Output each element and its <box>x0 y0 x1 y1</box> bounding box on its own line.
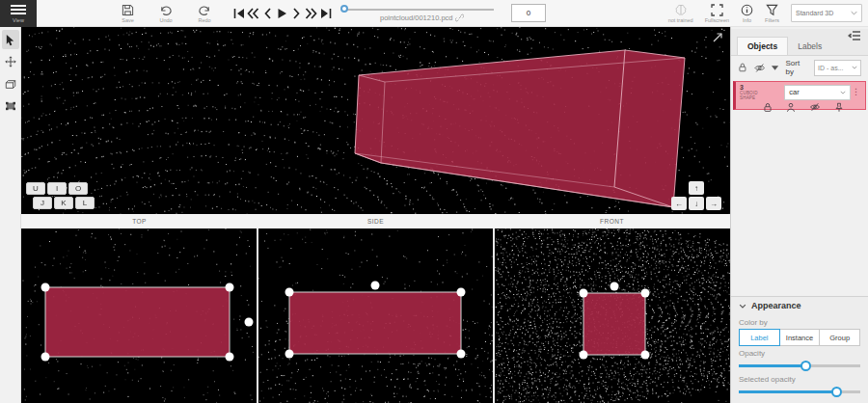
filters-label: Filters <box>765 17 779 23</box>
resize-handle[interactable] <box>226 283 234 292</box>
collapse-panel-button[interactable] <box>848 30 861 41</box>
appearance-body: Color by Label Instance Group Opacity Se… <box>731 314 868 403</box>
resize-handle[interactable] <box>41 283 50 292</box>
fast-forward-button[interactable] <box>305 6 317 21</box>
timeline-track[interactable] <box>341 9 494 11</box>
cuboid-tool-button[interactable] <box>2 74 19 94</box>
resize-handle[interactable] <box>456 288 465 297</box>
slider-knob[interactable] <box>800 361 811 371</box>
front-view-panel[interactable] <box>495 228 730 403</box>
key-o[interactable]: O <box>68 182 88 195</box>
brain-icon <box>674 4 688 16</box>
play-button[interactable] <box>276 6 288 21</box>
cuboid-annotation[interactable] <box>355 50 685 207</box>
main-3d-viewport[interactable]: U I O J K L ↑ ← ↓ → <box>21 27 730 214</box>
right-sidebar: Objects Labels Sort by ID - as... 3 CUBO… <box>730 27 868 403</box>
bbox-side-view[interactable] <box>289 292 461 354</box>
color-by-group-option[interactable]: Group <box>819 329 860 346</box>
resize-handle[interactable] <box>456 350 465 359</box>
nav-up-button[interactable]: ↑ <box>689 181 704 195</box>
pointcloud-annotation-app: View Save Undo Redo <box>0 0 868 403</box>
top-view-panel[interactable] <box>21 228 257 403</box>
rotate-handle[interactable] <box>610 282 619 291</box>
object-type: CUBOID SHAPE <box>740 92 771 100</box>
key-i[interactable]: I <box>47 182 67 195</box>
opacity-label: Opacity <box>739 349 860 358</box>
front-view-overlay <box>495 228 730 403</box>
save-label: Save <box>122 17 134 23</box>
resize-handle[interactable] <box>580 289 588 298</box>
nav-left-button[interactable]: ← <box>671 197 687 210</box>
slider-knob[interactable] <box>831 387 842 397</box>
resize-handle[interactable] <box>580 351 588 360</box>
next-frame-icon <box>292 8 301 19</box>
save-button[interactable]: Save <box>122 0 134 27</box>
select-tool-button[interactable] <box>2 30 19 49</box>
info-icon <box>741 4 753 16</box>
tab-labels[interactable]: Labels <box>788 38 831 55</box>
key-k[interactable]: K <box>54 197 73 209</box>
pan-tool-button[interactable] <box>2 52 19 71</box>
object-class-dropdown[interactable]: car <box>784 85 851 100</box>
resize-handle[interactable] <box>41 353 50 362</box>
smart-cuboid-tool-button[interactable] <box>2 96 19 116</box>
object-list-item-selected[interactable]: 3 CUBOID SHAPE car ⋮ <box>733 81 866 110</box>
redo-icon <box>198 4 211 16</box>
color-by-instance-option[interactable]: Instance <box>779 329 821 346</box>
undo-button[interactable]: Undo <box>159 0 173 27</box>
resize-handle[interactable] <box>226 353 234 362</box>
menu-label: View <box>13 17 24 23</box>
link-icon[interactable] <box>455 13 464 22</box>
appearance-header[interactable]: Appearance <box>731 297 868 314</box>
redo-button[interactable]: Redo <box>198 0 211 27</box>
previous-frame-icon <box>263 8 272 19</box>
skip-to-end-button[interactable] <box>319 6 332 21</box>
opacity-slider[interactable] <box>739 360 860 372</box>
resize-handle[interactable] <box>285 288 293 297</box>
rotate-handle[interactable] <box>370 282 379 290</box>
redo-label: Redo <box>198 17 210 23</box>
eye-off-icon[interactable] <box>754 63 766 73</box>
resize-handle[interactable] <box>285 350 293 359</box>
eye-off-icon[interactable] <box>809 102 821 112</box>
selected-opacity-slider[interactable] <box>739 386 860 398</box>
previous-frame-button[interactable] <box>261 6 274 21</box>
filters-button[interactable]: Filters <box>765 0 779 27</box>
layout-dropdown[interactable]: Standard 3D <box>791 4 862 22</box>
key-l[interactable]: L <box>75 197 95 209</box>
object-row-menu-button[interactable]: ⋮ <box>851 88 861 96</box>
nav-down-button[interactable]: ↓ <box>689 197 704 210</box>
timeline-knob[interactable] <box>340 5 348 13</box>
lock-icon[interactable] <box>738 62 747 73</box>
frame-number-input[interactable] <box>511 4 546 22</box>
view-labels-strip: TOP SIDE FRONT <box>21 214 730 228</box>
not-trained-button[interactable]: not trained <box>668 0 693 27</box>
nav-right-button[interactable]: → <box>706 197 721 210</box>
appearance-section: Appearance Color by Label Instance Group… <box>731 296 868 403</box>
tab-objects[interactable]: Objects <box>737 37 788 55</box>
info-button[interactable]: Info <box>741 0 753 27</box>
lock-icon[interactable] <box>763 102 773 113</box>
sort-dropdown[interactable]: ID - as... <box>814 60 861 76</box>
sort-dropdown-value: ID - as... <box>818 65 843 71</box>
expand-view-button[interactable] <box>712 32 723 43</box>
resize-handle[interactable] <box>641 351 650 360</box>
bbox-front-view[interactable] <box>583 293 645 355</box>
side-view-panel[interactable] <box>258 228 494 403</box>
color-by-label-option[interactable]: Label <box>739 329 780 346</box>
smart-cuboid-icon <box>5 101 16 111</box>
caret-down-icon[interactable] <box>772 66 778 70</box>
next-frame-button[interactable] <box>290 6 303 21</box>
key-j[interactable]: J <box>33 197 52 209</box>
main-menu-button[interactable]: View <box>0 0 37 27</box>
resize-handle[interactable] <box>641 289 650 298</box>
fullscreen-button[interactable]: Fullscreen <box>705 0 729 27</box>
bbox-top-view[interactable] <box>45 287 230 357</box>
fullscreen-icon <box>711 4 723 16</box>
rotate-handle[interactable] <box>245 318 254 327</box>
key-u[interactable]: U <box>26 182 45 195</box>
fast-backward-button[interactable] <box>247 6 259 21</box>
assignee-icon[interactable] <box>786 102 796 113</box>
pin-icon[interactable] <box>834 102 844 113</box>
skip-to-start-button[interactable] <box>232 6 245 21</box>
